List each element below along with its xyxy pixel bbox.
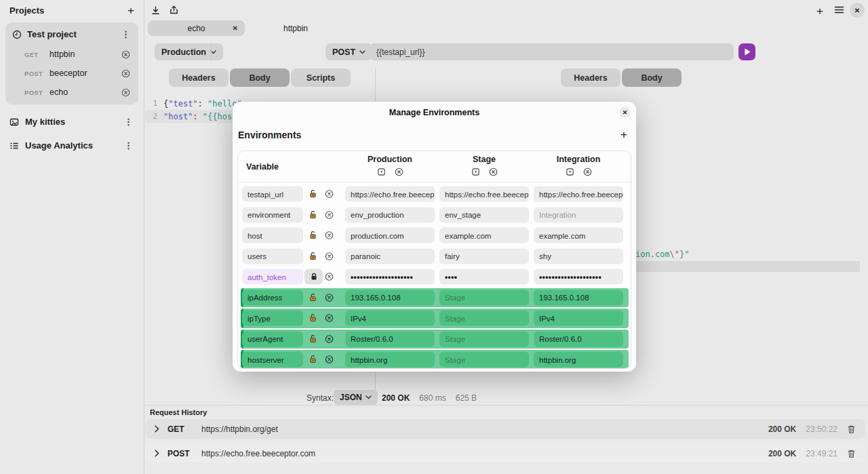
syntax-select[interactable]: JSON (334, 390, 378, 405)
variable-value-input[interactable]: Stage (439, 290, 529, 305)
variable-value-input[interactable]: env_stage (439, 207, 529, 222)
variable-value-input[interactable]: 193.165.0.108 (534, 290, 623, 305)
request-tab-body[interactable]: Body (230, 68, 290, 87)
unlock-icon[interactable] (309, 252, 319, 261)
variable-value-input[interactable]: httpbin.org (534, 352, 623, 368)
variable-value-input[interactable]: shy (534, 248, 623, 264)
request-tab-scripts[interactable]: Scripts (291, 68, 351, 87)
variable-name-input[interactable]: ipAddress (242, 290, 303, 305)
variable-value-input[interactable]: IPv4 (345, 311, 435, 326)
variable-value-input[interactable]: env_production (345, 207, 435, 222)
history-row[interactable]: GET https://httpbin.org/get 200 OK 23:50… (145, 419, 865, 439)
delete-request-icon[interactable] (121, 88, 130, 97)
variable-value-input[interactable]: 193.165.0.108 (345, 290, 435, 305)
variable-value-input[interactable]: Roster/0.6.0 (534, 331, 623, 347)
add-environment-button[interactable]: + (620, 128, 627, 142)
clone-environment-icon[interactable] (566, 167, 574, 176)
delete-variable-icon[interactable] (325, 334, 335, 343)
variable-name-input[interactable]: users (242, 248, 303, 264)
window-add-button[interactable]: + (816, 5, 823, 18)
project-menu-icon[interactable]: ⋮ (120, 29, 132, 39)
variable-value-input[interactable]: example.com (534, 228, 623, 243)
delete-variable-icon[interactable] (325, 231, 335, 240)
response-tab-headers[interactable]: Headers (561, 68, 620, 87)
lock-icon[interactable] (304, 269, 323, 285)
variable-value-input[interactable]: •••• (439, 269, 529, 285)
project-header[interactable]: Test project ⋮ (5, 24, 138, 45)
unlock-icon[interactable] (309, 189, 319, 199)
delete-environment-icon[interactable] (489, 167, 498, 176)
usage-analytics-menu-icon[interactable]: ⋮ (123, 140, 134, 151)
variable-name-input[interactable]: ipType (242, 311, 303, 326)
unlock-icon[interactable] (309, 293, 319, 302)
delete-environment-icon[interactable] (395, 167, 403, 176)
expand-chevron-icon[interactable] (155, 425, 159, 433)
unlock-icon[interactable] (309, 355, 319, 364)
url-input[interactable]: {{testapi_url}} (370, 43, 734, 60)
delete-variable-icon[interactable] (325, 252, 335, 260)
variable-value-input[interactable]: httpbin.org (345, 352, 435, 368)
request-item-echo[interactable]: POST echo (5, 83, 138, 102)
unlock-icon[interactable] (309, 313, 319, 323)
delete-request-icon[interactable] (121, 50, 130, 59)
variable-value-input[interactable]: Stage (439, 311, 529, 326)
response-tab-body[interactable]: Body (622, 68, 682, 87)
variable-name-input[interactable]: auth_token (242, 269, 303, 285)
window-close-button[interactable]: ✕ (850, 3, 865, 18)
delete-variable-icon[interactable] (325, 210, 335, 219)
delete-variable-icon[interactable] (325, 273, 335, 281)
delete-history-icon[interactable] (847, 424, 856, 434)
variable-value-input[interactable]: Stage (439, 331, 529, 347)
hamburger-menu-icon[interactable] (834, 5, 844, 14)
delete-environment-icon[interactable] (583, 167, 592, 176)
delete-variable-icon[interactable] (325, 355, 335, 364)
history-row[interactable]: POST https://echo.free.beeceptor.com 200… (145, 443, 865, 463)
http-method-select[interactable]: POST (326, 43, 372, 60)
variable-value-input[interactable]: Integration (534, 207, 623, 222)
expand-chevron-icon[interactable] (155, 450, 159, 457)
variable-name-input[interactable]: hostserver (242, 352, 303, 368)
variable-value-input[interactable]: •••••••••••••••••••• (345, 269, 435, 285)
sidebar-item-my-kitties[interactable]: My kitties ⋮ (0, 110, 144, 134)
delete-history-icon[interactable] (847, 449, 856, 458)
unlock-icon[interactable] (309, 334, 319, 344)
delete-variable-icon[interactable] (325, 190, 335, 199)
variable-value-input[interactable]: example.com (439, 228, 529, 243)
unlock-icon[interactable] (309, 231, 319, 240)
close-tab-icon[interactable]: ✕ (233, 24, 238, 32)
export-share-icon[interactable] (169, 5, 179, 15)
variable-value-input[interactable]: production.com (345, 228, 435, 243)
variable-name-input[interactable]: userAgent (242, 331, 303, 347)
delete-variable-icon[interactable] (325, 314, 335, 323)
delete-request-icon[interactable] (121, 69, 130, 78)
variable-value-input[interactable]: https://echo.free.beecepto (345, 186, 435, 202)
unlock-icon[interactable] (309, 210, 319, 220)
request-tab-headers[interactable]: Headers (169, 68, 229, 87)
variable-value-input[interactable]: fairy (439, 248, 529, 264)
variable-name-input[interactable]: environment (242, 207, 303, 222)
variable-value-input[interactable]: paranoic (345, 248, 435, 264)
send-request-button[interactable] (738, 43, 755, 60)
clone-environment-icon[interactable] (377, 167, 386, 176)
add-project-button[interactable]: + (127, 6, 134, 16)
my-kitties-menu-icon[interactable]: ⋮ (123, 117, 134, 127)
variable-value-input[interactable]: •••••••••••••••••••• (534, 269, 623, 285)
clone-environment-icon[interactable] (471, 167, 480, 176)
modal-close-button[interactable]: ✕ (619, 106, 631, 118)
import-download-icon[interactable] (151, 5, 161, 16)
request-item-httpbin[interactable]: GET httpbin (5, 45, 138, 64)
sidebar-item-usage-analytics[interactable]: Usage Analytics ⋮ (0, 134, 144, 157)
tab-httpbin[interactable]: httpbin (275, 20, 316, 36)
variable-value-input[interactable]: IPv4 (534, 311, 623, 326)
variable-value-input[interactable]: https://echo.free.beecepto (439, 186, 529, 202)
variable-value-input[interactable]: Roster/0.6.0 (345, 331, 435, 347)
variable-name-input[interactable]: host (242, 228, 303, 243)
request-item-beeceptor[interactable]: POST beeceptor (5, 64, 138, 83)
variable-value-input[interactable]: https://echo.free.beecepto (534, 186, 623, 202)
variable-name-input[interactable]: testapi_url (242, 186, 303, 202)
environment-select[interactable]: Production (155, 43, 223, 60)
tab-echo[interactable]: echo ✕ (148, 20, 245, 36)
response-body-text[interactable]: ion.com\"}" (635, 250, 689, 259)
variable-value-input[interactable]: Stage (439, 352, 529, 368)
delete-variable-icon[interactable] (325, 293, 335, 302)
